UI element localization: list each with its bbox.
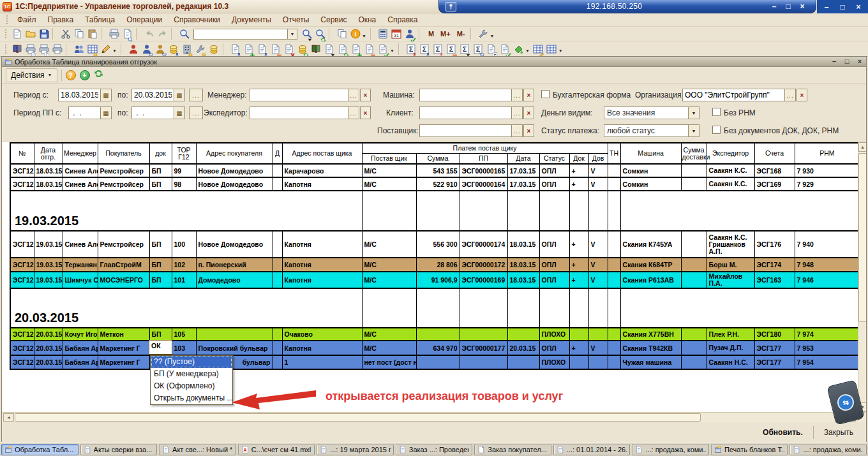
table-row[interactable]: ЭСГ1219.03.15Шимчук СвМОСЭНЕРГОБП101Домо… bbox=[10, 272, 860, 288]
cell[interactable]: Капотня bbox=[282, 341, 362, 355]
cell[interactable]: М/С bbox=[362, 258, 416, 272]
cell[interactable]: Карачарово bbox=[282, 164, 362, 177]
cell[interactable]: Саакян К.С. bbox=[707, 177, 754, 191]
table-row[interactable]: ЭСГ1220.03.15Бабаян АруМаркетинг Гбульва… bbox=[10, 355, 860, 369]
cell[interactable] bbox=[507, 328, 539, 341]
cell[interactable] bbox=[608, 328, 620, 341]
cell[interactable]: ЭСГ168 bbox=[754, 164, 795, 177]
taskbar-button-0[interactable]: Обработка Табл... bbox=[1, 444, 79, 455]
cell[interactable] bbox=[608, 341, 620, 355]
cell[interactable] bbox=[416, 355, 460, 369]
print-form-icon[interactable] bbox=[24, 43, 37, 55]
cell[interactable]: Борш М. bbox=[707, 258, 754, 272]
cell[interactable]: МОСЭНЕРГО bbox=[98, 272, 149, 288]
cell[interactable]: 7 946 bbox=[795, 272, 860, 288]
cell[interactable] bbox=[362, 191, 416, 231]
cell[interactable]: п. Пионерский bbox=[196, 258, 273, 272]
horizontal-scroll-thumb[interactable] bbox=[15, 413, 701, 422]
find-settings-icon[interactable] bbox=[313, 27, 327, 40]
clear-icon[interactable]: × bbox=[523, 107, 534, 119]
ledger-icon[interactable] bbox=[310, 43, 323, 55]
calendar-button-icon[interactable]: ▦ bbox=[174, 89, 185, 101]
open-document-icon[interactable] bbox=[24, 27, 37, 40]
cell[interactable] bbox=[196, 328, 273, 341]
chevron-down-icon[interactable]: ▼ bbox=[288, 29, 297, 40]
ellipsis-icon[interactable]: ... bbox=[512, 107, 523, 119]
refresh-icon[interactable] bbox=[94, 69, 103, 81]
taskbar-button-5[interactable]: Заказ ...: Проведен bbox=[396, 444, 473, 455]
cell[interactable] bbox=[569, 288, 588, 328]
menu-item-2[interactable]: Таблица bbox=[79, 14, 121, 26]
cell[interactable] bbox=[620, 288, 860, 328]
cell[interactable]: Новое Домодедово bbox=[196, 164, 273, 177]
cell[interactable]: ОПЛ bbox=[539, 272, 569, 288]
close-button[interactable]: Закрыть bbox=[820, 425, 857, 439]
period-to-input[interactable] bbox=[131, 89, 174, 101]
help-icon[interactable]: ? bbox=[66, 70, 76, 80]
cell[interactable]: 522 910 bbox=[416, 177, 460, 191]
cell[interactable]: Саакян К.С. Гришанков А.П. bbox=[707, 231, 754, 258]
cell[interactable]: ЭСГ169 bbox=[754, 177, 795, 191]
sum-by-supplier-icon[interactable] bbox=[431, 43, 445, 55]
cell[interactable]: Синев Але bbox=[63, 231, 98, 258]
dropdown-item-1[interactable]: БП (У менеджера) bbox=[151, 368, 232, 380]
vertical-scrollbar[interactable]: ▲ ▼ bbox=[858, 142, 866, 412]
cell[interactable]: V bbox=[588, 258, 608, 272]
cell[interactable]: Чужая машина bbox=[620, 355, 681, 369]
ellipsis-icon[interactable]: ... bbox=[512, 124, 523, 137]
menu-item-5[interactable]: Документы bbox=[226, 14, 277, 26]
cell[interactable]: 18.03.15 bbox=[507, 272, 539, 288]
cell[interactable] bbox=[681, 272, 707, 288]
cell[interactable]: Капотня bbox=[282, 177, 362, 191]
cell[interactable]: + bbox=[569, 258, 588, 272]
cell[interactable]: Меткон bbox=[98, 328, 149, 341]
cell[interactable] bbox=[588, 288, 608, 328]
doc-restore-icon[interactable]: □ bbox=[842, 57, 851, 65]
cell[interactable]: Сомкин bbox=[620, 164, 681, 177]
table-row[interactable]: ЭСГ1220.03.15Кочут ИгорМетконБП105Очаков… bbox=[10, 328, 860, 341]
cell[interactable]: 7 953 bbox=[795, 341, 860, 355]
warehouse-coins-icon[interactable] bbox=[181, 43, 194, 55]
sum-by-manager-icon[interactable] bbox=[405, 43, 418, 55]
cell[interactable]: 91 906,9 bbox=[416, 272, 460, 288]
manager-input[interactable] bbox=[250, 89, 348, 101]
group-date-cell[interactable]: 20.03.2015 bbox=[10, 288, 362, 328]
ellipsis-icon[interactable]: ... bbox=[348, 89, 359, 101]
user-permissions-icon[interactable] bbox=[403, 27, 417, 40]
cell[interactable] bbox=[273, 355, 282, 369]
period-from-input[interactable] bbox=[58, 89, 101, 101]
toolbar2-grip[interactable] bbox=[5, 45, 8, 54]
copy-icon[interactable] bbox=[72, 27, 86, 40]
cell[interactable]: 18.03.15 bbox=[507, 231, 539, 258]
doc-plus-icon[interactable] bbox=[350, 43, 363, 55]
supplier-input[interactable] bbox=[419, 124, 512, 137]
cell[interactable]: V bbox=[588, 341, 608, 355]
period-pp-pick-button[interactable]: ... bbox=[189, 107, 203, 119]
taskbar-button-4[interactable]: ...: 19 марта 2015 г. bbox=[317, 444, 394, 455]
taskbar-button-7[interactable]: ...: 01.01.2014 - 26... bbox=[553, 444, 631, 455]
cell[interactable]: ЭСГ177 bbox=[754, 341, 795, 355]
sum-by-client-icon[interactable] bbox=[418, 43, 431, 55]
cell[interactable]: ЭСГ174 bbox=[754, 258, 795, 272]
counterparties-icon[interactable] bbox=[72, 43, 86, 55]
menu-item-3[interactable]: Операции bbox=[121, 14, 168, 26]
doc-close-icon[interactable]: × bbox=[855, 57, 864, 65]
cell[interactable]: + bbox=[569, 231, 588, 258]
cell[interactable] bbox=[273, 328, 282, 341]
edit-table-menu-caret[interactable]: ▼ bbox=[112, 48, 117, 53]
period-pp-from-input[interactable] bbox=[68, 107, 101, 119]
cell[interactable] bbox=[681, 328, 707, 341]
cell[interactable]: Скания К745УА bbox=[620, 231, 681, 258]
cell[interactable]: 1 bbox=[282, 355, 362, 369]
service-settings-icon[interactable] bbox=[477, 27, 490, 40]
period-pp-to-input[interactable] bbox=[131, 107, 174, 119]
cell[interactable]: Скания Х775ВН bbox=[620, 328, 681, 341]
add-icon[interactable]: + bbox=[80, 70, 90, 80]
cell[interactable]: 102 bbox=[172, 258, 196, 272]
doc-minimize-icon[interactable]: – bbox=[830, 57, 839, 65]
memory-add-button[interactable]: M+ bbox=[437, 29, 454, 39]
scroll-left-icon[interactable]: ◄ bbox=[3, 413, 14, 422]
calendar-button-icon[interactable]: ▦ bbox=[101, 89, 112, 101]
menu-item-7[interactable]: Сервис bbox=[315, 14, 352, 26]
info-icon[interactable] bbox=[348, 27, 362, 40]
